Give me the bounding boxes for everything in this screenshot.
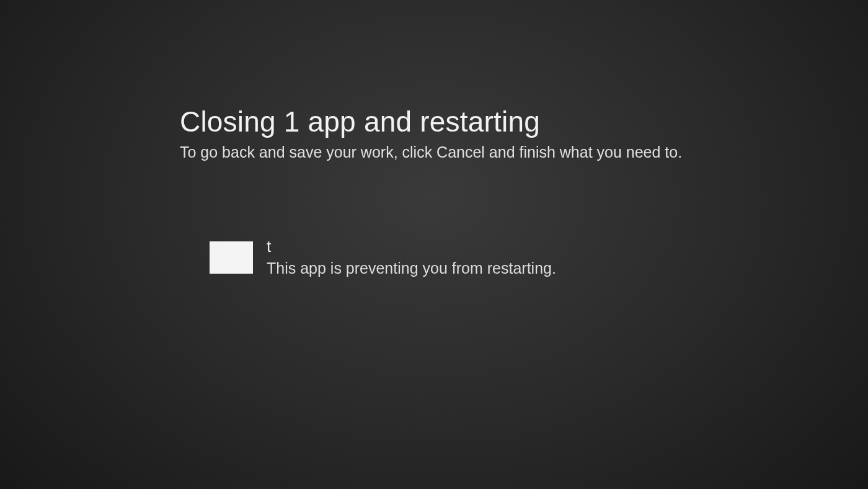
dialog-title: Closing 1 app and restarting bbox=[180, 105, 738, 138]
restart-dialog: Closing 1 app and restarting To go back … bbox=[180, 105, 738, 279]
app-status-message: This app is preventing you from restarti… bbox=[267, 258, 556, 279]
blocking-app-item: t This app is preventing you from restar… bbox=[210, 238, 738, 278]
app-text-group: t This app is preventing you from restar… bbox=[267, 238, 556, 278]
generic-app-icon bbox=[210, 241, 253, 274]
dialog-subtitle: To go back and save your work, click Can… bbox=[180, 142, 738, 163]
app-name: t bbox=[267, 238, 556, 256]
blocking-apps-list: t This app is preventing you from restar… bbox=[180, 238, 738, 278]
